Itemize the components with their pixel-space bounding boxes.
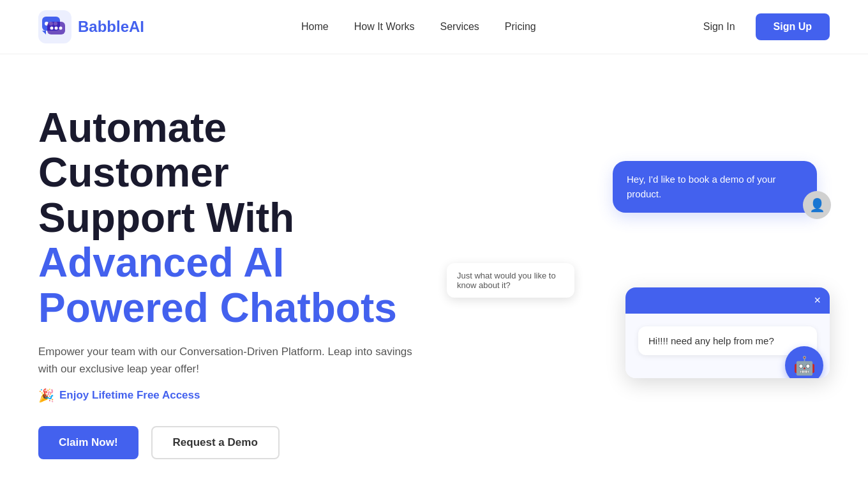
nav-links: Home How It Works Services Pricing xyxy=(301,21,536,33)
party-emoji: 🎉 xyxy=(38,388,54,403)
user-avatar: 👤 xyxy=(803,191,831,219)
svg-point-8 xyxy=(59,27,63,30)
sign-up-button[interactable]: Sign Up xyxy=(756,13,830,40)
hero-title: Automate Customer Support With Advanced … xyxy=(38,105,421,330)
small-popup: Just what would you like to know about i… xyxy=(447,263,574,298)
nav-pricing[interactable]: Pricing xyxy=(505,21,536,32)
hero-buttons: Claim Now! Request a Demo xyxy=(38,426,421,459)
svg-point-6 xyxy=(50,27,54,30)
lifetime-access: 🎉 Enjoy Lifetime Free Access xyxy=(38,388,421,403)
logo[interactable]: BabbleAI xyxy=(38,10,144,43)
nav-how-it-works[interactable]: How It Works xyxy=(354,21,415,32)
chat-popup-message: Hi!!!! need any help from me? xyxy=(638,326,817,355)
logo-icon xyxy=(38,10,71,43)
chat-popup: × Hi!!!! need any help from me? 🤖 xyxy=(625,287,830,378)
chat-close-button[interactable]: × xyxy=(814,294,821,307)
request-demo-button[interactable]: Request a Demo xyxy=(151,426,280,459)
navbar: BabbleAI Home How It Works Services Pric… xyxy=(0,0,868,54)
robot-emoji: 🤖 xyxy=(793,355,816,376)
chat-robot-avatar[interactable]: 🤖 xyxy=(785,346,823,378)
chat-bubble-text: Hey, I'd like to book a demo of your pro… xyxy=(627,174,776,199)
nav-home[interactable]: Home xyxy=(301,21,329,32)
claim-now-button[interactable]: Claim Now! xyxy=(38,426,138,459)
hero-content: Automate Customer Support With Advanced … xyxy=(38,105,421,459)
hero-subtitle: Empower your team with our Conversation-… xyxy=(38,343,421,377)
svg-point-7 xyxy=(55,27,58,30)
hero-section: Automate Customer Support With Advanced … xyxy=(0,54,868,485)
sign-in-button[interactable]: Sign In xyxy=(693,16,745,38)
hero-visual: Hey, I'd like to book a demo of your pro… xyxy=(447,148,830,416)
nav-services[interactable]: Services xyxy=(440,21,479,32)
nav-right: Sign In Sign Up xyxy=(693,13,830,40)
small-popup-text: Just what would you like to know about i… xyxy=(457,271,556,290)
logo-text: BabbleAI xyxy=(78,18,144,36)
chat-popup-header: × xyxy=(625,287,830,314)
chat-bubble-main: Hey, I'd like to book a demo of your pro… xyxy=(613,161,817,213)
lifetime-access-link[interactable]: Enjoy Lifetime Free Access xyxy=(59,389,200,402)
